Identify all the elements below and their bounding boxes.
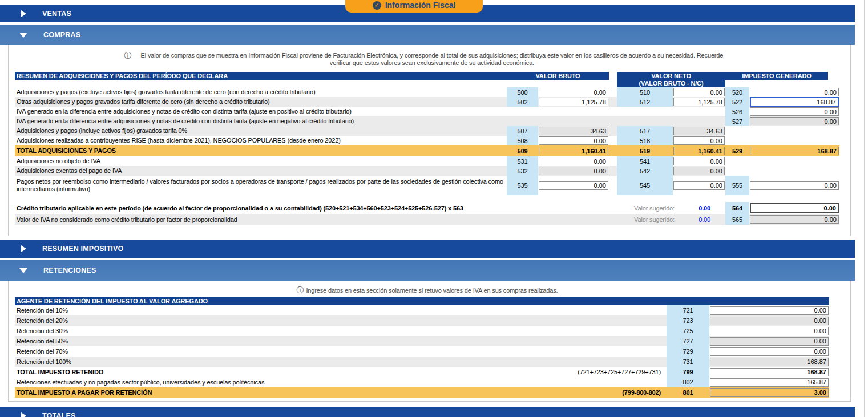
section-bar-retenciones[interactable]: RETENCIONES	[0, 260, 855, 281]
input-542[interactable]	[673, 167, 725, 175]
table-row: Retenciones efectuadas y no pagadas sect…	[15, 377, 829, 387]
row-label: Retención del 50%	[17, 338, 68, 345]
code-cell: 565	[725, 214, 749, 225]
check-circle-icon: ✓	[373, 1, 381, 10]
input-555[interactable]	[750, 181, 839, 190]
code-cell: 529	[725, 145, 749, 156]
input-520[interactable]	[750, 88, 839, 96]
totales-title: TOTALES	[42, 412, 76, 417]
empty-cell	[725, 156, 839, 166]
table-row: Retención del 20% 723	[15, 315, 829, 326]
row-label: IVA generado en la diferencia entre adqu…	[15, 118, 725, 125]
code-cell: 532	[507, 166, 538, 176]
compras-info: ⓘ El valor de compras que se muestra en …	[15, 52, 839, 67]
input-541[interactable]	[673, 157, 725, 165]
code-cell: 517	[617, 126, 673, 136]
input-510[interactable]	[673, 88, 725, 96]
section-bar-compras[interactable]: COMPRAS	[0, 25, 855, 45]
row-label: Adquisiciones exentas del pago de IVA	[15, 167, 507, 175]
row-formula: (799-800-802)	[622, 389, 667, 396]
code-cell: 555	[725, 176, 749, 195]
section-bar-resumen-impositivo[interactable]: RESUMEN IMPOSITIVO	[0, 240, 855, 258]
ventas-title: VENTAS	[42, 10, 71, 18]
input-725[interactable]	[710, 327, 829, 335]
input-802[interactable]	[710, 378, 829, 387]
input-799[interactable]	[710, 368, 829, 376]
valor-sugerido-label: Valor sugerido:	[617, 216, 683, 223]
input-512[interactable]	[673, 98, 725, 106]
input-531[interactable]	[539, 157, 608, 165]
input-721[interactable]	[710, 306, 829, 315]
row-label: Pagos netos por reembolso como intermedi…	[15, 178, 507, 193]
row-label: TOTAL ADQUISICIONES Y PAGOS	[15, 147, 507, 155]
input-519[interactable]	[673, 147, 725, 155]
table-row: Retención del 10% 721	[15, 305, 829, 315]
input-507[interactable]	[539, 127, 608, 135]
row-label: Retención del 30%	[17, 327, 68, 334]
input-502[interactable]	[539, 98, 608, 106]
row-label: Retención del 100%	[17, 358, 71, 365]
retenciones-table: AGENTE DE RETENCIÓN DEL IMPUESTO AL VALO…	[15, 297, 839, 398]
empty-cell	[725, 126, 839, 136]
total-impuesto-retenido-row: TOTAL IMPUESTO RETENIDO (721+723+725+727…	[15, 367, 829, 377]
row-label: IVA generado en la diferencia entre adqu…	[15, 108, 725, 115]
input-545[interactable]	[673, 181, 725, 190]
input-729[interactable]	[710, 347, 829, 356]
input-509[interactable]	[539, 147, 608, 155]
credito-tributario-row: Crédito tributario aplicable en este per…	[15, 202, 839, 214]
input-535[interactable]	[539, 181, 608, 190]
table-row: Retención del 70% 729	[15, 346, 829, 357]
code-cell: 526	[725, 107, 749, 116]
empty-cell	[725, 136, 839, 145]
input-522-focused[interactable]	[750, 97, 839, 107]
input-532[interactable]	[539, 167, 608, 175]
chevron-down-icon	[19, 33, 27, 38]
input-526[interactable]	[750, 107, 839, 116]
input-564[interactable]	[750, 203, 839, 213]
input-527[interactable]	[750, 117, 839, 125]
row-label: Adquisiciones realizadas a contribuyente…	[15, 137, 507, 144]
code-cell: 799	[667, 367, 709, 377]
input-529[interactable]	[750, 147, 839, 155]
input-517[interactable]	[673, 127, 725, 135]
retenciones-table-title: AGENTE DE RETENCIÓN DEL IMPUESTO AL VALO…	[15, 297, 829, 305]
table-row: Adquisiciones y pagos (excluye activos f…	[15, 87, 839, 97]
row-label: Retención del 10%	[17, 307, 68, 314]
row-label: Adquisiciones y pagos (incluye activos f…	[15, 127, 507, 135]
code-cell: 541	[617, 156, 673, 166]
input-801[interactable]	[710, 388, 829, 397]
compras-table-title: RESUMEN DE ADQUISICIONES Y PAGOS DEL PER…	[15, 72, 507, 79]
code-cell: 545	[617, 176, 673, 195]
chevron-down-icon	[19, 268, 27, 273]
row-label: TOTAL IMPUESTO RETENIDO	[17, 369, 103, 375]
compras-table-header: RESUMEN DE ADQUISICIONES Y PAGOS DEL PER…	[15, 72, 839, 87]
code-cell: 801	[667, 387, 709, 398]
table-row: Adquisiciones no objeto de IVA 531 541	[15, 156, 839, 166]
code-cell: 512	[617, 97, 673, 107]
input-723[interactable]	[710, 317, 829, 325]
informacion-fiscal-button[interactable]: ✓ Información Fiscal	[345, 0, 483, 13]
input-518[interactable]	[673, 136, 725, 145]
code-cell: 510	[617, 87, 673, 97]
valor-sugerido-label: Valor sugerido:	[617, 205, 683, 212]
total-adquisiciones-row: TOTAL ADQUISICIONES Y PAGOS 509 519 529	[15, 145, 839, 156]
code-cell: 500	[507, 87, 538, 97]
input-731[interactable]	[710, 358, 829, 366]
section-bar-totales[interactable]: TOTALES	[0, 407, 855, 417]
code-cell: 731	[667, 357, 709, 367]
empty-cell	[725, 166, 839, 176]
valor-sugerido-value: 0.00	[683, 216, 725, 223]
retenciones-panel: ⓘ Ingrese datos en esta sección solament…	[8, 281, 851, 402]
input-508[interactable]	[539, 136, 608, 145]
input-500[interactable]	[539, 88, 608, 96]
input-565[interactable]	[750, 215, 839, 224]
row-label: Adquisiciones y pagos (excluye activos f…	[15, 88, 507, 96]
input-727[interactable]	[710, 337, 829, 346]
row-label: TOTAL IMPUESTO A PAGAR POR RETENCIÓN	[17, 389, 152, 396]
col-valor-neto: VALOR NETO (VALOR BRUTO - N/C)	[617, 72, 725, 87]
code-cell: 509	[507, 145, 538, 156]
code-cell: 542	[617, 166, 673, 176]
code-cell: 727	[667, 336, 709, 346]
total-impuesto-pagar-row: TOTAL IMPUESTO A PAGAR POR RETENCIÓN (79…	[15, 387, 829, 398]
table-row: IVA generado en la diferencia entre adqu…	[15, 107, 839, 116]
